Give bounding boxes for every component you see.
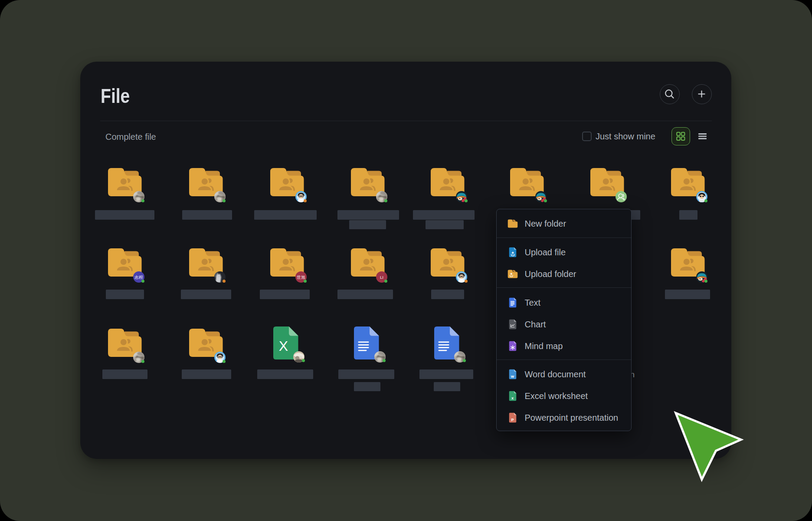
svg-text:w: w [511,374,514,378]
svg-text:P: P [511,417,514,422]
svg-text:x: x [511,396,514,400]
svg-text:LI: LI [380,275,383,280]
svg-text:志程: 志程 [134,275,143,280]
svg-text:世旭: 世旭 [296,275,305,280]
